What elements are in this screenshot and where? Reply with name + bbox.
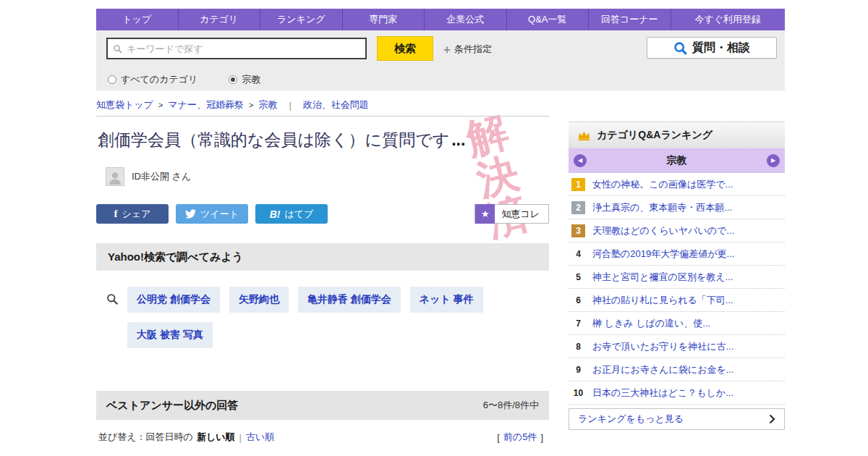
page: トップ カテゴリ ランキング 専門家 企業公式 Q&A一覧 回答コーナー 今すぐ…	[0, 0, 868, 456]
ranking-link: 浄土真宗の、東本願寺・西本願...	[592, 201, 783, 214]
rank-number: 6	[571, 294, 585, 307]
ranking-item-3[interactable]: 3 天理教はどのくらいヤバいので...	[569, 219, 785, 242]
ranking-category-selector: ◀ 宗教 ▶	[569, 148, 785, 173]
nav-item-qa-list[interactable]: Q&A一覧	[507, 9, 590, 30]
breadcrumb-separator: >	[158, 101, 163, 109]
facebook-share-button[interactable]: f シェア	[96, 204, 169, 224]
ranking-item-5[interactable]: 5 神主と宮司と禰宜の区別を教え...	[569, 266, 785, 289]
chiecolle-button[interactable]: ★ 知恵コレ	[475, 204, 549, 224]
main-content: 解決 済み 創価学会員（常識的な会員は除く）に質問です... ID非公開 さん …	[96, 116, 549, 456]
ranking-link: 神社の貼り札に見られる「下司...	[592, 294, 783, 307]
sort-oldest[interactable]: 古い順	[246, 431, 274, 444]
category-radio-row: すべてのカテゴリ 宗教	[108, 73, 260, 86]
ranking-title: カテゴリQ&Aランキング	[597, 129, 712, 142]
keyword-chip[interactable]: 亀井静香 創価学会	[298, 287, 401, 313]
search-button[interactable]: 検索	[377, 36, 433, 61]
arrow-left-icon: ◀	[578, 158, 582, 164]
ask-question-label: 質問・相談	[692, 41, 750, 56]
search-icon	[113, 44, 122, 54]
twitter-share-button[interactable]: ツイート	[176, 204, 248, 224]
yahoo-search-title: Yahoo!検索で調べてみよう	[96, 243, 549, 271]
breadcrumb: 知恵袋トップ > マナー、冠婚葬祭 > 宗教 | 政治、社会問題	[96, 98, 369, 111]
breadcrumb-separator: >	[249, 101, 253, 109]
radio-all-categories[interactable]: すべてのカテゴリ	[108, 73, 197, 86]
radio-selected-icon	[229, 75, 237, 84]
ranking-item-8[interactable]: 8 お寺で頂いたお守りを神社に古...	[569, 335, 785, 358]
ranking-item-10[interactable]: 10 日本の三大神社はどこ？もしか...	[569, 381, 785, 405]
ranking-link: 天理教はどのくらいヤバいので...	[592, 224, 783, 237]
rank-number: 4	[571, 248, 585, 261]
rank-badge-silver: 2	[571, 201, 585, 214]
nav-item-experts[interactable]: 専門家	[343, 9, 425, 30]
answers-count: 6〜8件/8件中	[483, 399, 539, 412]
rank-badge-bronze: 3	[571, 224, 585, 237]
title-ellipsis: ...	[451, 130, 465, 149]
ranking-item-7[interactable]: 7 榊 しきみ しばの違い、使...	[569, 312, 785, 335]
ranking-list: 1 女性の神秘。この画像は医学で... 2 浄土真宗の、東本願寺・西本願... …	[569, 173, 785, 405]
question-author-row: ID非公開 さん	[106, 167, 549, 186]
ask-question-button[interactable]: 質問・相談	[647, 37, 777, 59]
radio-religion-label: 宗教	[242, 73, 260, 86]
ranking-link: 神主と宮司と禰宜の区別を教え...	[592, 271, 783, 284]
rank-number: 7	[571, 317, 585, 330]
radio-unselected-icon	[108, 75, 116, 84]
question-magnifier-icon	[673, 41, 687, 55]
ranking-link: 日本の三大神社はどこ？もしか...	[592, 387, 783, 400]
sort-separator: |	[239, 432, 242, 443]
breadcrumb-pipe: |	[289, 100, 291, 111]
radio-all-label: すべてのカテゴリ	[121, 73, 197, 86]
rank-number: 5	[571, 271, 585, 284]
ranking-more-button[interactable]: ランキングをもっと見る	[569, 408, 785, 430]
ranking-item-2[interactable]: 2 浄土真宗の、東本願寺・西本願...	[569, 196, 785, 219]
sort-controls: 並び替え：回答日時の 新しい順 | 古い順 [ 前の5件 ]	[96, 431, 549, 444]
nav-item-top[interactable]: トップ	[96, 9, 179, 30]
ranking-item-4[interactable]: 4 河合塾の2019年大学偏差値が更...	[569, 242, 785, 266]
nav-item-register[interactable]: 今すぐ利用登録	[671, 9, 786, 30]
sort-label: 並び替え：回答日時の	[98, 431, 193, 444]
breadcrumb-related-category[interactable]: 政治、社会問題	[303, 98, 369, 111]
rank-number: 10	[571, 387, 585, 400]
facebook-icon: f	[114, 208, 118, 220]
radio-category-religion[interactable]: 宗教	[229, 73, 260, 86]
share-buttons-row: f シェア ツイート B! はてブ ★ 知恵コレ	[96, 204, 549, 224]
prev-category-button[interactable]: ◀	[574, 154, 587, 167]
advanced-search-link[interactable]: + 条件指定	[443, 43, 492, 56]
ranking-item-9[interactable]: 9 お正月にお寺さんに袋にお金を...	[569, 358, 785, 381]
breadcrumb-parent-category[interactable]: マナー、冠婚葬祭	[168, 98, 244, 111]
keyword-chip[interactable]: 矢野絢也	[229, 287, 289, 313]
ranking-item-1[interactable]: 1 女性の神秘。この画像は医学で...	[569, 173, 785, 196]
ranking-link: 河合塾の2019年大学偏差値が更...	[592, 248, 783, 261]
ranking-link: 榊 しきみ しばの違い、使...	[592, 317, 783, 330]
nav-item-official[interactable]: 企業公式	[425, 9, 507, 30]
rank-badge-gold: 1	[571, 178, 585, 191]
keyword-chip[interactable]: ネット 事件	[410, 287, 483, 313]
chevron-right-icon	[769, 414, 775, 424]
keyword-chip[interactable]: 大阪 被害 写真	[127, 322, 213, 348]
ranking-category-label: 宗教	[667, 154, 687, 167]
nav-item-ranking[interactable]: ランキング	[260, 9, 343, 30]
bracket-close: ]	[540, 432, 543, 443]
yahoo-search-suggestion-box: Yahoo!検索で調べてみよう 公明党 創価学会 矢野絢也 亀井静香 創価学会 …	[96, 243, 549, 361]
user-name: ID非公開 さん	[132, 170, 191, 183]
keyword-chip[interactable]: 公明党 創価学会	[127, 287, 220, 313]
ranking-item-6[interactable]: 6 神社の貼り札に見られる「下司...	[569, 289, 785, 312]
previous-answers-link[interactable]: 前の5件	[503, 431, 537, 444]
next-category-button[interactable]: ▶	[767, 154, 780, 167]
breadcrumb-current-category[interactable]: 宗教	[258, 98, 277, 111]
hatena-share-button[interactable]: B! はてブ	[255, 204, 328, 224]
ranking-link: お正月にお寺さんに袋にお金を...	[592, 363, 783, 376]
star-icon: ★	[475, 204, 495, 224]
twitter-icon	[185, 209, 196, 219]
question-title: 創価学会員（常識的な会員は除く）に質問です...	[98, 129, 549, 151]
sort-newest[interactable]: 新しい順	[197, 431, 235, 444]
content-divider	[96, 116, 549, 117]
search-box[interactable]	[106, 38, 367, 59]
nav-item-answer-corner[interactable]: 回答コーナー	[589, 9, 671, 30]
answers-section-title: ベストアンサー以外の回答	[106, 399, 238, 413]
yahoo-search-body: 公明党 創価学会 矢野絢也 亀井静香 創価学会 ネット 事件 大阪 被害 写真	[96, 271, 549, 361]
breadcrumb-home[interactable]: 知恵袋トップ	[96, 98, 153, 111]
search-input[interactable]	[127, 43, 360, 54]
avatar	[106, 167, 124, 186]
nav-item-category[interactable]: カテゴリ	[179, 9, 261, 30]
crown-icon	[577, 130, 591, 141]
